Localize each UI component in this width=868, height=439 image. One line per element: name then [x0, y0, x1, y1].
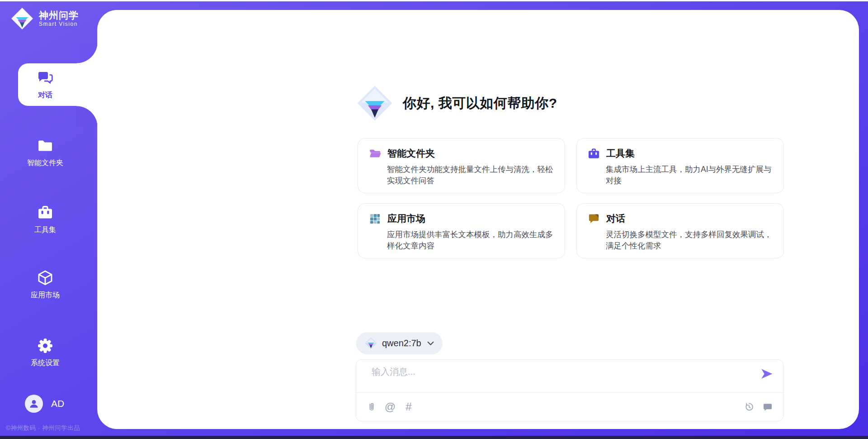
sidebar-item-smart-folder[interactable]: 智能文件夹 — [0, 131, 90, 174]
toolbox-icon — [37, 204, 54, 221]
folder-open-icon — [369, 148, 381, 160]
feedback-bubble-icon[interactable] — [762, 401, 773, 412]
model-selector[interactable]: qwen2:7b — [356, 332, 443, 354]
sidebar: 神州问学 Smart Vision 对话 智能文件夹 — [0, 0, 97, 439]
sidebar-item-label: 工具集 — [34, 225, 56, 235]
sidebar-item-settings[interactable]: 系统设置 — [0, 331, 90, 374]
app-grid-icon — [369, 213, 381, 225]
greeting-title: 你好, 我可以如何帮助你? — [403, 94, 557, 113]
brand-block: 神州问学 Smart Vision — [11, 7, 79, 30]
send-icon — [760, 367, 774, 381]
history-icon[interactable] — [744, 401, 755, 412]
card-description: 集成市场上主流工具，助力AI与外界无缝扩展与对接 — [606, 164, 773, 186]
chevron-down-icon — [427, 341, 434, 346]
cube-icon — [37, 269, 54, 286]
sidebar-item-app-market[interactable]: 应用市场 — [0, 263, 90, 306]
card-chat[interactable]: 对话 灵活切换多模型文件，支持多样回复效果调试，满足个性化需求 — [576, 203, 784, 258]
hashtag-icon[interactable]: # — [403, 401, 414, 412]
copyright-text: ©神州数码 · 神州问学出品 — [6, 424, 80, 432]
card-toolset[interactable]: 工具集 集成市场上主流工具，助力AI与外界无缝扩展与对接 — [576, 138, 784, 193]
window-bottom-edge — [0, 436, 868, 439]
folder-icon — [37, 137, 54, 154]
sidebar-item-chat[interactable]: 对话 — [0, 63, 90, 106]
card-description: 灵活切换多模型文件，支持多样回复效果调试，满足个性化需求 — [606, 229, 773, 252]
avatar — [25, 395, 43, 413]
card-smart-folder[interactable]: 智能文件夹 智能文件夹功能支持批量文件上传与清洗，轻松实现文件问答 — [358, 138, 565, 193]
card-title: 应用市场 — [387, 212, 425, 225]
brand-subtitle: Smart Vision — [39, 21, 79, 27]
card-title: 工具集 — [606, 147, 635, 160]
sidebar-item-label: 系统设置 — [31, 358, 60, 368]
chat-icon — [37, 69, 54, 86]
sidebar-item-label: 对话 — [38, 91, 52, 100]
card-app-market[interactable]: 应用市场 应用市场提供丰富长文本模板，助力高效生成多样化文章内容 — [358, 203, 565, 258]
card-description: 应用市场提供丰富长文本模板，助力高效生成多样化文章内容 — [387, 229, 554, 252]
model-brand-icon — [365, 337, 377, 349]
user-account[interactable]: AD — [25, 395, 64, 413]
sidebar-item-label: 智能文件夹 — [27, 158, 63, 168]
sidebar-item-label: 应用市场 — [31, 291, 60, 300]
sidebar-item-toolset[interactable]: 工具集 — [0, 198, 90, 241]
card-title: 对话 — [606, 212, 625, 225]
person-icon — [28, 398, 40, 410]
mention-icon[interactable]: @ — [385, 401, 396, 412]
card-description: 智能文件夹功能支持批量文件上传与清洗，轻松实现文件问答 — [387, 164, 554, 186]
attachment-icon[interactable] — [366, 401, 377, 412]
chat-bubble-icon — [588, 213, 600, 225]
greeting-block: 你好, 我可以如何帮助你? — [357, 85, 557, 121]
message-composer: @ # — [356, 359, 783, 421]
app-window: 你好, 我可以如何帮助你? 智能文件夹 智能文件夹功能支持批量文件上传与清洗，轻… — [0, 0, 868, 439]
brand-diamond-icon — [11, 7, 33, 30]
model-name: qwen2:7b — [382, 338, 421, 348]
gear-icon — [37, 337, 54, 354]
brand-name: 神州问学 — [39, 10, 79, 21]
message-input[interactable] — [372, 366, 733, 389]
feature-cards: 智能文件夹 智能文件夹功能支持批量文件上传与清洗，轻松实现文件问答 工具集 — [358, 138, 784, 258]
composer-toolbar: @ # — [356, 393, 783, 421]
card-title: 智能文件夹 — [387, 147, 435, 160]
window-top-edge — [0, 0, 868, 1]
user-initials: AD — [51, 398, 64, 409]
send-button[interactable] — [760, 367, 774, 381]
brand-diamond-icon — [357, 85, 393, 121]
main-panel: 你好, 我可以如何帮助你? 智能文件夹 智能文件夹功能支持批量文件上传与清洗，轻… — [97, 10, 859, 429]
toolbox-icon — [588, 148, 600, 160]
